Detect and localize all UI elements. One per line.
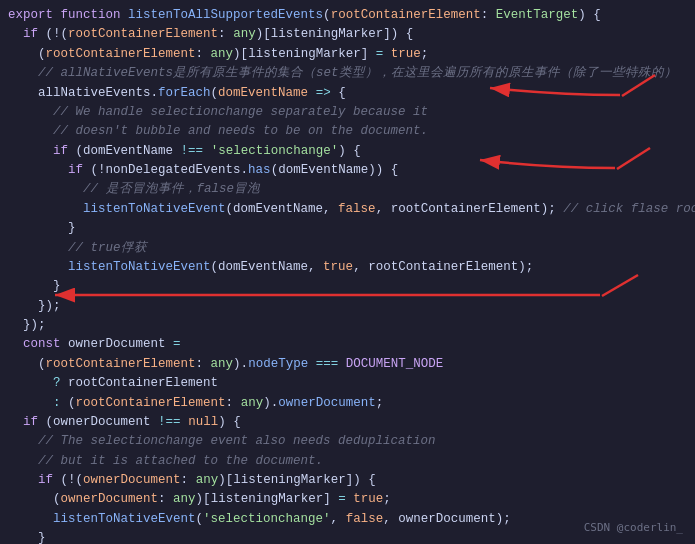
code-line-3: (rootContainerElement: any)[listeningMar…	[8, 45, 687, 64]
code-line-23: // The selectionchange event also needs …	[8, 432, 687, 451]
code-line-15: }	[8, 277, 687, 296]
code-line-18: const ownerDocument =	[8, 335, 687, 354]
code-line-16: });	[8, 297, 687, 316]
code-line-6: // We handle selectionchange separately …	[8, 103, 687, 122]
code-line-17: });	[8, 316, 687, 335]
code-line-11: listenToNativeEvent(domEventName, false,…	[8, 200, 687, 219]
code-line-26: (ownerDocument: any)[listeningMarker] = …	[8, 490, 687, 509]
code-line-5: allNativeEvents.forEach(domEventName => …	[8, 84, 687, 103]
code-line-8: if (domEventName !== 'selectionchange') …	[8, 142, 687, 161]
code-line-1: export function listenToAllSupportedEven…	[8, 6, 687, 25]
watermark: CSDN @coderlin_	[584, 519, 683, 536]
code-line-25: if (!(ownerDocument: any)[listeningMarke…	[8, 471, 687, 490]
code-line-22: if (ownerDocument !== null) {	[8, 413, 687, 432]
code-line-24: // but it is attached to the document.	[8, 452, 687, 471]
code-line-2: if (!(rootContainerElement: any)[listeni…	[8, 25, 687, 44]
code-line-13: // true俘获	[8, 239, 687, 258]
code-line-21: : (rootContainerElement: any).ownerDocum…	[8, 394, 687, 413]
code-line-9: if (!nonDelegatedEvents.has(domEventName…	[8, 161, 687, 180]
code-line-7: // doesn't bubble and needs to be on the…	[8, 122, 687, 141]
code-container: export function listenToAllSupportedEven…	[0, 0, 695, 544]
code-line-19: (rootContainerElement: any).nodeType ===…	[8, 355, 687, 374]
code-line-10: // 是否冒泡事件，false冒泡	[8, 180, 687, 199]
code-line-20: ? rootContainerElement	[8, 374, 687, 393]
code-line-4: // allNativeEvents是所有原生事件的集合（set类型），在这里会…	[8, 64, 687, 83]
code-line-14: listenToNativeEvent(domEventName, true, …	[8, 258, 687, 277]
code-line-12: }	[8, 219, 687, 238]
